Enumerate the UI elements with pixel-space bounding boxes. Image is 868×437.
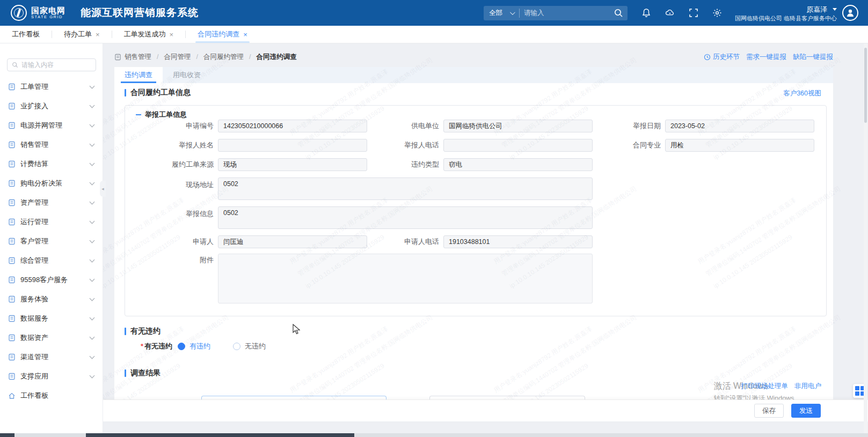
field-label: 举报人电话 — [367, 140, 443, 150]
section-title-result: 调查结果 — [125, 368, 161, 378]
footer-action-bar: 保存 发送 — [103, 399, 868, 421]
document-icon — [8, 180, 16, 187]
user-menu[interactable]: 原嘉泽 国网临猗供电公司 临猗县客户服务中心 — [735, 3, 837, 23]
tab-workboard[interactable]: 工作看板 — [0, 26, 52, 43]
close-icon[interactable]: × — [96, 31, 100, 39]
radio-unselected-icon — [233, 343, 240, 350]
site-address-field[interactable]: 0502 — [218, 177, 593, 200]
sidebar-item-yunxing[interactable]: 运行管理 — [0, 212, 103, 232]
breadcrumb-item[interactable]: 合同履约管理 — [203, 53, 244, 62]
cloud-icon[interactable] — [665, 8, 675, 18]
chevron-down-icon — [90, 142, 95, 147]
sidebar-item-workboard[interactable]: 工作看板 — [0, 386, 103, 405]
chevron-down-icon — [90, 335, 95, 340]
violation-type-field[interactable]: 窃电 — [443, 158, 593, 171]
sidebar-item-label: 支撑应用 — [20, 372, 90, 381]
non-power-user-link[interactable]: 非用电户 — [794, 382, 821, 391]
radio-selected-icon — [178, 343, 185, 350]
radio-has-violation[interactable]: 有违约 — [178, 342, 210, 351]
sidebar-item-fuwu[interactable]: 服务体验 — [0, 290, 103, 309]
sidebar-menu: 工单管理 业扩接入 电源并网管理 销售管理 计费结算 购电分析决策 资产管理 运… — [0, 77, 103, 405]
supply-unit-field[interactable]: 国网临猗供电公司 — [443, 120, 593, 132]
fullscreen-icon[interactable] — [689, 8, 698, 18]
sidebar-item-label: 电源并网管理 — [20, 121, 90, 130]
sidebar-item-shujuzichan[interactable]: 数据资产 — [0, 328, 103, 347]
horizontal-scrollbar[interactable] — [0, 433, 868, 437]
field-label: 举报日期 — [593, 121, 665, 131]
customer-360-link[interactable]: 客户360视图 — [783, 89, 821, 98]
tab-contract-violation-survey[interactable]: 合同违约调查 × — [186, 26, 259, 43]
sidebar-item-label: 计费结算 — [20, 159, 90, 169]
field-label: 申请人 — [125, 237, 218, 247]
section-title-order-info: 合同履约工单信息 — [125, 88, 191, 98]
defect-report-link[interactable]: 缺陷一键提报 — [793, 53, 833, 62]
document-icon — [8, 295, 16, 303]
print-site-order-link[interactable]: 打印现场处理单 — [741, 382, 789, 391]
sidebar-item-zhicheng[interactable]: 支撑应用 — [0, 367, 103, 386]
chevron-down-icon — [90, 277, 95, 282]
search-scope-select[interactable]: 全部 — [484, 6, 519, 20]
radio-no-violation[interactable]: 无违约 — [233, 342, 266, 351]
home-icon — [8, 392, 16, 399]
sidebar-collapse-handle[interactable]: ◂ — [100, 181, 106, 197]
search-icon[interactable] — [614, 8, 623, 18]
sidebar-item-shujufuwu[interactable]: 数据服务 — [0, 309, 103, 328]
collapse-minus-icon[interactable] — [136, 112, 141, 117]
global-search: 全部 — [484, 6, 628, 20]
sidebar-item-label: 运行管理 — [20, 217, 90, 227]
sidebar-item-goudian[interactable]: 购电分析决策 — [0, 174, 103, 193]
sidebar-item-label: 业扩接入 — [20, 101, 90, 111]
contract-specialty-field[interactable]: 用检 — [665, 139, 814, 152]
sidebar-item-dianyuan[interactable]: 电源并网管理 — [0, 116, 103, 135]
user-name: 原嘉泽 — [807, 5, 828, 13]
report-date-field[interactable]: 2023-05-02 — [665, 120, 814, 132]
attachment-area[interactable] — [218, 254, 593, 303]
reporter-name-field[interactable] — [218, 139, 367, 152]
bell-icon[interactable] — [641, 8, 651, 18]
apply-number-field[interactable]: 1423050210000066 — [218, 120, 367, 132]
sidebar-item-zonghe[interactable]: 综合管理 — [0, 251, 103, 270]
sidebar-search-input[interactable] — [21, 61, 86, 69]
gear-icon[interactable] — [712, 8, 722, 18]
sidebar-item-yekuo[interactable]: 业扩接入 — [0, 97, 103, 116]
breadcrumb-item[interactable]: 合同管理 — [164, 53, 191, 62]
chevron-down-icon — [90, 257, 95, 263]
send-button[interactable]: 发送 — [791, 404, 821, 418]
tab-label: 工作看板 — [12, 29, 40, 39]
tab-violation-survey[interactable]: 违约调查 — [114, 67, 163, 83]
chevron-down-icon — [510, 10, 515, 15]
close-icon[interactable]: × — [170, 31, 174, 39]
field-label: 附件 — [125, 255, 218, 265]
sidebar-item-label: 资产管理 — [20, 198, 90, 208]
reporter-phone-field[interactable] — [443, 139, 593, 152]
avatar[interactable] — [842, 5, 858, 21]
sidebar-item-95598[interactable]: 95598客户服务 — [0, 270, 103, 290]
group-title-report-order[interactable]: 举报工单信息 — [136, 110, 187, 120]
sidebar-item-jifei[interactable]: 计费结算 — [0, 154, 103, 174]
order-source-field[interactable]: 现场 — [218, 158, 367, 171]
tab-todo-orders[interactable]: 待办工单 × — [52, 26, 112, 43]
field-label: 现场地址 — [125, 180, 218, 190]
close-icon[interactable]: × — [243, 31, 247, 39]
sidebar-item-label: 数据资产 — [20, 333, 90, 343]
demand-report-link[interactable]: 需求一键提报 — [746, 53, 786, 62]
global-search-input[interactable] — [520, 6, 614, 20]
tab-label: 合同违约调查 — [198, 29, 239, 39]
sidebar-item-gongdan[interactable]: 工单管理 — [0, 77, 103, 97]
vertical-scrollbar[interactable] — [864, 43, 867, 433]
document-icon — [8, 141, 16, 149]
tab-order-sent[interactable]: 工单发送成功 × — [112, 26, 186, 43]
breadcrumb-item[interactable]: 销售管理 — [125, 53, 151, 62]
sidebar-item-xiaoshou[interactable]: 销售管理 — [0, 135, 103, 154]
save-button[interactable]: 保存 — [754, 404, 784, 418]
breadcrumb-row: 销售管理 / 合同管理 / 合同履约管理 / 合同违约调查 历史环节 需求一键提… — [114, 51, 833, 63]
sidebar-item-qudao[interactable]: 渠道管理 — [0, 347, 103, 367]
applicant-phone-field[interactable]: 19103488101 — [443, 235, 593, 248]
applicant-field[interactable]: 闫匡迪 — [218, 235, 367, 248]
tab-power-data-collection[interactable]: 用电收资 — [163, 67, 211, 83]
report-info-field[interactable]: 0502 — [218, 206, 593, 229]
sidebar-item-zichan[interactable]: 资产管理 — [0, 193, 103, 212]
history-link[interactable]: 历史环节 — [704, 53, 740, 62]
document-icon — [8, 199, 16, 206]
sidebar-item-kehu[interactable]: 客户管理 — [0, 232, 103, 251]
